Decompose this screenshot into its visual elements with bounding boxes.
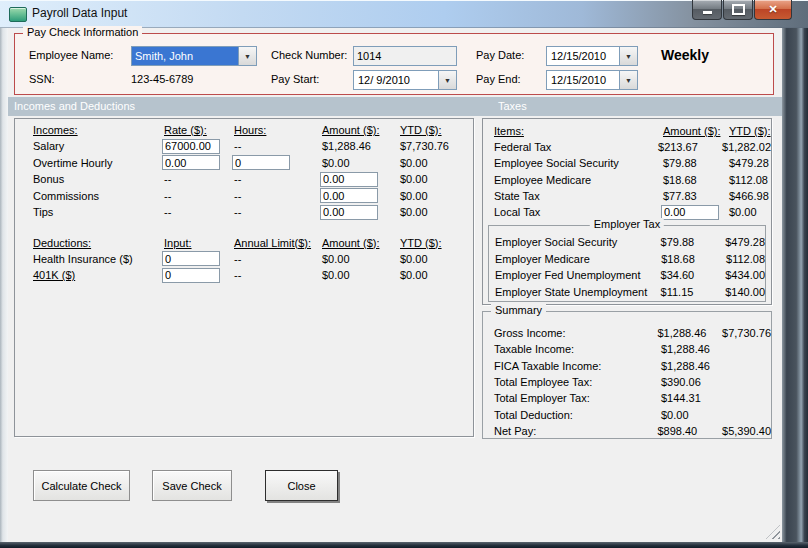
tax-label: Employer State Unemployment	[495, 286, 661, 298]
summary-row-net-pay: Net Pay: $898.40 $5,390.40	[494, 423, 771, 439]
income-label: Bonus	[33, 173, 164, 185]
income-hours: --	[234, 206, 322, 218]
income-hours: --	[234, 140, 322, 152]
check-number-label: Check Number:	[271, 49, 347, 61]
taxes-section-header: Taxes	[498, 100, 527, 112]
summary-row-employee-tax: Total Employee Tax: $390.06	[494, 374, 771, 390]
income-row-salary: Salary -- $1,288.46 $7,730.76	[33, 138, 473, 155]
pay-start-dropdown-button[interactable]: ▼	[438, 71, 456, 89]
summary-row-deduction: Total Deduction: $0.00	[494, 406, 771, 422]
window-frame-bottom	[0, 542, 808, 548]
summary-amount: $898.40	[657, 425, 722, 437]
summary-amount: $1,288.46	[661, 360, 727, 372]
tax-ytd: $0.00	[729, 206, 771, 218]
window-title: Payroll Data Input	[32, 6, 127, 20]
pay-date-label: Pay Date:	[476, 49, 524, 61]
deduction-ytd: $0.00	[400, 269, 473, 281]
employee-name-combobox[interactable]: Smith, John ▼	[131, 46, 257, 66]
health-insurance-input[interactable]	[162, 251, 220, 266]
tax-amount: $11.15	[661, 286, 726, 298]
summary-label: Total Employer Tax:	[494, 392, 661, 404]
deduction-row-401k: 401K ($) -- $0.00 $0.00	[33, 267, 473, 284]
minimize-button[interactable]	[692, 0, 722, 20]
employer-tax-groupbox: Employer Tax Employer Social Security $7…	[488, 225, 766, 302]
close-icon: ✕	[768, 4, 777, 15]
close-window-button[interactable]: ✕	[754, 0, 792, 20]
amount-col-header: Amount ($):	[322, 124, 400, 136]
incomes-section-header: Incomes and Deductions	[14, 100, 135, 112]
income-row-bonus: Bonus -- -- $0.00	[33, 171, 473, 188]
summary-amount: $0.00	[661, 409, 727, 421]
summary-label: Gross Income:	[494, 327, 657, 339]
income-amount: $0.00	[322, 157, 400, 169]
tax-label: Employee Medicare	[494, 174, 663, 186]
close-button[interactable]: Close	[265, 470, 338, 501]
overtime-rate-input[interactable]	[162, 155, 220, 170]
pay-start-picker[interactable]: 12/ 9/2010 ▼	[353, 70, 457, 90]
window-frame-right	[782, 28, 808, 542]
title-bar[interactable]: Payroll Data Input ✕	[0, 0, 808, 28]
summary-label: Net Pay:	[494, 425, 657, 437]
pay-end-label: Pay End:	[476, 73, 521, 85]
tax-row-federal: Federal Tax $213.67 $1,282.02	[494, 139, 771, 155]
taxes-panel: Items: Amount ($): YTD ($): Federal Tax …	[482, 118, 772, 305]
pay-date-picker[interactable]: 12/15/2010 ▼	[546, 46, 638, 66]
income-amount: $1,288.46	[322, 140, 400, 152]
commissions-amount-input[interactable]	[320, 188, 378, 203]
deduction-amount: $0.00	[322, 253, 400, 265]
ssn-value: 123-45-6789	[131, 73, 193, 85]
salary-rate-input[interactable]	[162, 139, 220, 154]
pay-end-dropdown-button[interactable]: ▼	[619, 71, 637, 89]
tax-row-employee-ss: Employee Social Security $79.88 $479.28	[494, 155, 771, 171]
employee-name-dropdown-button[interactable]: ▼	[238, 47, 256, 65]
ded-amount-col-header: Amount ($):	[322, 237, 400, 249]
income-label: Salary	[33, 140, 164, 152]
summary-label: Total Deduction:	[494, 409, 661, 421]
employer-tax-row: Employer Social Security $79.88 $479.28	[495, 234, 765, 251]
income-ytd: $0.00	[400, 190, 473, 202]
pay-start-value: 12/ 9/2010	[354, 74, 438, 86]
calculate-check-button[interactable]: Calculate Check	[33, 470, 130, 501]
tax-label: Local Tax	[494, 206, 663, 218]
input-col-header: Input:	[164, 237, 234, 249]
pay-date-value: 12/15/2010	[547, 50, 619, 62]
client-area: Pay Check Information Employee Name: Smi…	[8, 28, 782, 542]
deduction-401k-link[interactable]: 401K ($)	[33, 269, 164, 281]
tax-row-state: State Tax $77.83 $466.98	[494, 188, 771, 204]
tax-amount: $79.88	[661, 236, 726, 248]
maximize-button[interactable]	[723, 0, 753, 20]
payroll-window: Payroll Data Input ✕ Pay Check Informati…	[0, 0, 808, 548]
save-check-button[interactable]: Save Check	[152, 470, 232, 501]
deduction-amount: $0.00	[322, 269, 400, 281]
tax-ytd: $140.00	[725, 286, 765, 298]
tax-ytd: $434.00	[725, 269, 765, 281]
tax-ytd: $112.08	[729, 174, 771, 186]
tax-ytd: $479.28	[729, 157, 771, 169]
tax-label: State Tax	[494, 190, 663, 202]
hours-col-header: Hours:	[234, 124, 322, 136]
pay-date-dropdown-button[interactable]: ▼	[619, 47, 637, 65]
tax-label: Employee Social Security	[494, 157, 663, 169]
incomes-deductions-panel: Incomes: Rate ($): Hours: Amount ($): YT…	[14, 118, 474, 437]
summary-row-fica: FICA Taxable Income: $1,288.46	[494, 358, 771, 374]
income-ytd: $0.00	[400, 206, 473, 218]
resize-grip[interactable]	[766, 525, 780, 539]
check-number-field[interactable]	[353, 46, 457, 66]
tax-ytd: $112.08	[726, 253, 765, 265]
tips-amount-input[interactable]	[320, 205, 378, 220]
pay-frequency-label: Weekly	[661, 47, 709, 63]
bonus-amount-input[interactable]	[320, 172, 378, 187]
pay-end-picker[interactable]: 12/15/2010 ▼	[546, 70, 638, 90]
paycheck-info-legend: Pay Check Information	[23, 26, 142, 38]
tax-label: Employer Medicare	[495, 253, 661, 265]
local-tax-input[interactable]	[661, 205, 719, 220]
ded-ytd-col-header: YTD ($):	[400, 237, 473, 249]
pay-start-label: Pay Start:	[271, 73, 319, 85]
overtime-hours-input[interactable]	[232, 155, 290, 170]
income-label: Tips	[33, 206, 164, 218]
summary-label: FICA Taxable Income:	[494, 360, 661, 372]
pay-end-value: 12/15/2010	[547, 74, 619, 86]
tax-label: Federal Tax	[494, 141, 658, 153]
401k-input[interactable]	[162, 268, 220, 283]
summary-label: Taxable Income:	[494, 343, 661, 355]
